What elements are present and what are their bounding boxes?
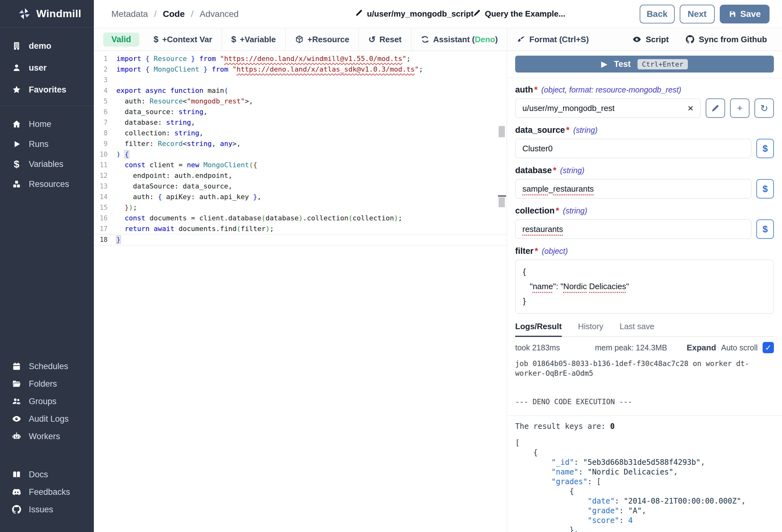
add-variable-label: +Variable	[240, 35, 276, 44]
result-json-line: "grade": "A",	[515, 506, 774, 516]
line-number: 2	[94, 64, 116, 75]
script-kind-button[interactable]: Script	[633, 35, 669, 44]
sidebar-item-groups[interactable]: Groups	[0, 392, 94, 410]
autoscroll-checkbox[interactable]: ✓	[762, 342, 774, 353]
auth-resource-input[interactable]: u/user/my_mongodb_rest ×	[515, 99, 701, 118]
reset-button[interactable]: ↺ Reset	[359, 32, 411, 46]
sidebar-item-label: demo	[29, 41, 51, 51]
code-line-9[interactable]: 9 filter: Record<string, any>,	[94, 139, 507, 149]
data-source-field-row: Cluster0 $	[515, 139, 774, 158]
brand-name: Windmill	[36, 7, 81, 20]
database-var-picker-button[interactable]: $	[756, 179, 774, 198]
editor-scrollbar-thumb[interactable]	[499, 126, 505, 137]
sidebar-item-audit-logs[interactable]: Audit Logs	[0, 410, 94, 428]
field-name: data_source	[515, 125, 565, 135]
code-line-1[interactable]: 1import { Resource } from "https://deno.…	[94, 53, 507, 64]
sidebar-item-runs[interactable]: Runs	[0, 134, 94, 154]
code-line-17[interactable]: 17 return await documents.find(filter);	[94, 224, 507, 234]
line-number: 14	[94, 192, 116, 202]
data-source-input[interactable]: Cluster0	[515, 139, 751, 158]
field-type: (string)	[560, 166, 584, 175]
required-star: *	[566, 125, 570, 135]
sidebar-item-label: Issues	[29, 505, 53, 515]
field-name: collection	[515, 206, 555, 216]
field-type: (string)	[573, 126, 598, 135]
breadcrumb-metadata[interactable]: Metadata	[111, 9, 148, 19]
code-line-3[interactable]: 3	[94, 75, 507, 85]
sidebar-item-user[interactable]: user	[0, 57, 94, 79]
back-button[interactable]: Back	[640, 5, 675, 24]
code-line-10[interactable]: 10) {	[94, 149, 507, 160]
filter-json-line[interactable]: "name": "Nordic Delicacies"	[523, 279, 766, 294]
assistant-lang: Deno	[475, 35, 495, 44]
breadcrumb-advanced[interactable]: Advanced	[200, 9, 239, 19]
required-star: *	[534, 85, 538, 95]
sidebar-header[interactable]: Windmill	[0, 0, 94, 28]
code-editor[interactable]: 1import { Resource } from "https://deno.…	[94, 51, 507, 532]
code-line-8[interactable]: 8 collection: string,	[94, 128, 507, 139]
code-line-4[interactable]: 4export async function main(	[94, 85, 507, 96]
data-source-var-picker-button[interactable]: $	[756, 139, 774, 158]
collection-input[interactable]: restaurants	[515, 220, 751, 239]
sidebar-item-feedbacks[interactable]: Feedbacks	[0, 483, 94, 501]
sidebar-item-home[interactable]: Home	[0, 114, 94, 134]
sidebar-item-demo[interactable]: demo	[0, 35, 94, 57]
code-line-14[interactable]: 14 auth: { apiKey: auth.api_key },	[94, 192, 507, 202]
sidebar-item-resources[interactable]: Resources	[0, 174, 94, 194]
line-number: 16	[94, 213, 116, 224]
sidebar-item-schedules[interactable]: Schedules	[0, 357, 94, 375]
sync-arrows-icon	[421, 35, 429, 44]
sidebar-item-folders[interactable]: Folders	[0, 375, 94, 392]
code-line-16[interactable]: 16 const documents = client.database(dat…	[94, 213, 507, 224]
add-context-var-button[interactable]: $ +Context Var	[144, 32, 221, 46]
sidebar-footer-group: DocsFeedbacksIssues	[0, 466, 94, 532]
autoscroll-label: Auto scroll	[721, 343, 757, 352]
code-line-15[interactable]: 15 });	[94, 202, 507, 213]
sidebar-item-favorites[interactable]: Favorites	[0, 79, 94, 101]
tab-logs-result[interactable]: Logs/Result	[515, 321, 562, 337]
add-resource-inline-button[interactable]: +	[730, 99, 749, 118]
expand-button[interactable]: Expand	[686, 343, 716, 352]
run-mem-peak: mem peak: 124.3MB	[595, 343, 686, 352]
script-kind-label: Script	[646, 35, 669, 44]
code-line-2[interactable]: 2import { MongoClient } from "https://de…	[94, 64, 507, 75]
code-line-12[interactable]: 12 endpoint: auth.endpoint,	[94, 170, 507, 181]
sidebar-item-issues[interactable]: Issues	[0, 501, 94, 518]
save-button[interactable]: Save	[720, 5, 770, 24]
filter-json-editor[interactable]: { "name": "Nordic Delicacies"}	[515, 260, 774, 313]
sync-from-github-button[interactable]: Sync from Github	[686, 35, 767, 44]
next-button[interactable]: Next	[680, 5, 715, 24]
test-button[interactable]: ▶ Test Ctrl+Enter	[515, 55, 774, 73]
code-line-6[interactable]: 6 data_source: string,	[94, 107, 507, 117]
filter-json-line[interactable]: }	[523, 294, 766, 308]
tab-last-save[interactable]: Last save	[620, 321, 654, 336]
format-button[interactable]: Format (Ctrl+S)	[507, 32, 598, 46]
sidebar-item-docs[interactable]: Docs	[0, 466, 94, 483]
code-line-13[interactable]: 13 dataSource: data_source,	[94, 181, 507, 192]
breadcrumb-code[interactable]: Code	[163, 9, 185, 19]
code-line-11[interactable]: 11 const client = new MongoClient({	[94, 160, 507, 170]
assistant-button[interactable]: Assistant (Deno)	[411, 32, 507, 46]
sidebar-item-workers[interactable]: Workers	[0, 428, 94, 445]
code-line-7[interactable]: 7 database: string,	[94, 117, 507, 128]
code-line-5[interactable]: 5 auth: Resource<"mongodb_rest">,	[94, 96, 507, 107]
script-path[interactable]: u/user/my_mongodb_script	[355, 9, 473, 19]
filter-json-line[interactable]: {	[523, 264, 766, 279]
tab-history[interactable]: History	[578, 321, 603, 336]
test-panel: ▶ Test Ctrl+Enter auth* (object, format:…	[507, 51, 782, 532]
database-input[interactable]: sample_restaurants	[515, 179, 751, 198]
edit-resource-button[interactable]	[706, 99, 725, 118]
add-variable-button[interactable]: $ +Variable	[222, 32, 285, 46]
line-number: 5	[94, 96, 116, 107]
collection-var-picker-button[interactable]: $	[756, 220, 774, 239]
code-line-18[interactable]: 18}	[94, 234, 507, 245]
clear-icon[interactable]: ×	[687, 103, 694, 113]
valid-badge: Valid	[103, 33, 139, 46]
editor-scrollbar-thumb2[interactable]	[499, 197, 505, 207]
add-resource-button[interactable]: +Resource	[286, 32, 359, 46]
test-label: Test	[614, 60, 631, 69]
sidebar-item-variables[interactable]: $Variables	[0, 154, 94, 174]
refresh-resource-button[interactable]: ↻	[754, 99, 774, 118]
book-icon	[11, 469, 22, 480]
script-summary[interactable]: Query the Example...	[473, 9, 565, 19]
